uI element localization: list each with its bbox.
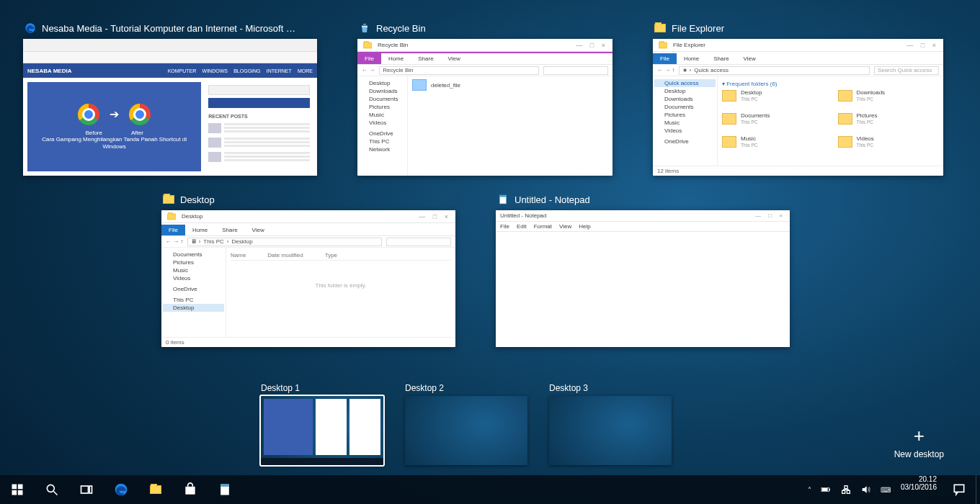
system-tray[interactable]: ˄ ⌨ bbox=[803, 475, 895, 504]
window-title: Untitled - Notepad bbox=[514, 194, 590, 205]
taskbar-clock[interactable]: 20.12 03/10/2016 bbox=[895, 475, 943, 504]
window-thumb-recyclebin[interactable]: Recycle Bin Recycle Bin— □ × FileHomeSha… bbox=[357, 22, 612, 176]
folder-icon bbox=[654, 22, 666, 34]
svg-line-9 bbox=[54, 492, 58, 495]
battery-icon[interactable] bbox=[820, 484, 832, 495]
svg-rect-5 bbox=[18, 485, 23, 490]
folder-icon bbox=[163, 194, 174, 205]
window-title: Desktop bbox=[180, 194, 215, 205]
svg-rect-13 bbox=[185, 487, 195, 495]
virtual-desktop-3[interactable]: Desktop 3 bbox=[549, 383, 672, 465]
language-indicator[interactable]: ⌨ bbox=[881, 486, 891, 494]
virtual-desktop-2[interactable]: Desktop 2 bbox=[405, 383, 527, 465]
window-title: Nesaba Media - Tutorial Komputer dan Int… bbox=[42, 23, 301, 34]
virtual-desktop-label: Desktop 2 bbox=[405, 383, 527, 393]
svg-rect-19 bbox=[842, 490, 845, 493]
svg-rect-1 bbox=[363, 24, 366, 24]
window-preview: File Explorer— □ × FileHomeShareView ← →… bbox=[653, 39, 943, 176]
window-preview: Desktop— □ × FileHomeShareView ← → ↑🖥 › … bbox=[161, 210, 455, 347]
plus-icon: + bbox=[914, 426, 925, 445]
svg-rect-21 bbox=[845, 486, 847, 489]
svg-rect-18 bbox=[822, 488, 828, 491]
new-desktop-label: New desktop bbox=[894, 449, 944, 459]
taskview-button[interactable] bbox=[69, 475, 104, 504]
svg-rect-22 bbox=[954, 485, 963, 492]
window-title: File Explorer bbox=[672, 23, 724, 34]
virtual-desktop-preview bbox=[549, 396, 672, 465]
window-title: Recycle Bin bbox=[376, 23, 426, 34]
virtual-desktop-preview bbox=[261, 396, 383, 465]
svg-rect-10 bbox=[81, 486, 89, 493]
svg-rect-3 bbox=[499, 195, 506, 197]
network-icon[interactable] bbox=[840, 484, 852, 495]
edge-icon bbox=[24, 22, 36, 34]
recycle-bin-icon bbox=[359, 22, 370, 34]
virtual-desktop-strip: Desktop 1 Desktop 2 Desktop 3 + New desk… bbox=[0, 383, 980, 475]
svg-rect-20 bbox=[847, 490, 850, 493]
window-thumb-explorer[interactable]: File Explorer File Explorer— □ × FileHom… bbox=[653, 22, 943, 176]
taskbar-app-explorer[interactable] bbox=[138, 475, 173, 504]
show-desktop-button[interactable] bbox=[976, 475, 980, 504]
svg-rect-4 bbox=[12, 485, 17, 490]
window-thumb-edge[interactable]: Nesaba Media - Tutorial Komputer dan Int… bbox=[23, 22, 317, 176]
window-preview: Recycle Bin— □ × FileHomeShareView ← →Re… bbox=[357, 39, 612, 176]
virtual-desktop-label: Desktop 1 bbox=[261, 383, 383, 393]
clock-time: 20.12 bbox=[919, 475, 937, 483]
taskbar-app-store[interactable] bbox=[173, 475, 208, 504]
taskview-area: Nesaba Media - Tutorial Komputer dan Int… bbox=[0, 0, 980, 354]
tray-chevron-icon[interactable]: ˄ bbox=[808, 486, 811, 494]
action-center-button[interactable] bbox=[943, 475, 976, 504]
svg-rect-17 bbox=[829, 489, 830, 491]
start-button[interactable] bbox=[0, 475, 35, 504]
clock-date: 03/10/2016 bbox=[901, 483, 937, 491]
window-thumb-notepad[interactable]: Untitled - Notepad Untitled - Notepad— □… bbox=[496, 193, 790, 347]
new-desktop-button[interactable]: + New desktop bbox=[881, 419, 957, 465]
taskbar: ˄ ⌨ 20.12 03/10/2016 bbox=[0, 475, 980, 504]
window-preview: Untitled - Notepad— □ × File Edit Format… bbox=[496, 210, 790, 347]
svg-rect-6 bbox=[12, 490, 17, 495]
virtual-desktop-label: Desktop 3 bbox=[549, 383, 672, 393]
virtual-desktop-preview bbox=[405, 396, 527, 465]
taskbar-app-notepad[interactable] bbox=[208, 475, 242, 504]
site-brand: NESABA MEDIA bbox=[27, 68, 71, 74]
taskbar-app-edge[interactable] bbox=[104, 475, 138, 504]
svg-rect-11 bbox=[89, 486, 92, 493]
svg-rect-15 bbox=[220, 485, 229, 487]
svg-point-8 bbox=[47, 485, 54, 492]
window-thumb-desktop-folder[interactable]: Desktop Desktop— □ × FileHomeShareView ←… bbox=[161, 193, 455, 347]
virtual-desktop-1[interactable]: Desktop 1 bbox=[261, 383, 383, 465]
volume-icon[interactable] bbox=[860, 484, 872, 495]
notepad-icon bbox=[497, 194, 509, 205]
search-button[interactable] bbox=[35, 475, 69, 504]
svg-rect-7 bbox=[18, 490, 23, 495]
window-preview: NESABA MEDIA KOMPUTER WINDOWS BLOGGING I… bbox=[23, 39, 317, 176]
